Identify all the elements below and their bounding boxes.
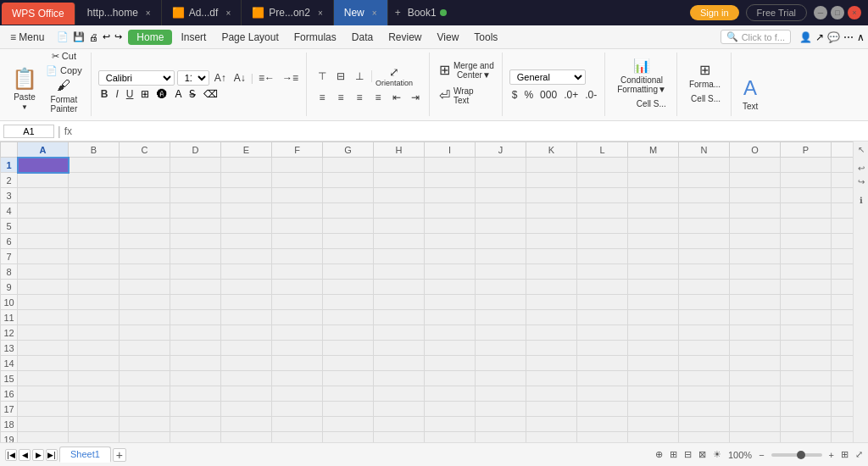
row-header-11[interactable]: 11: [1, 310, 18, 325]
align-top-button[interactable]: ⊤: [314, 69, 331, 84]
cell-F17[interactable]: [272, 402, 323, 417]
align-right-button[interactable]: ≡: [351, 90, 368, 105]
status-icon-5[interactable]: ☀: [713, 449, 721, 460]
cell-D1[interactable]: [170, 158, 221, 173]
cell-M16[interactable]: [628, 386, 679, 402]
thousands-button[interactable]: 000: [537, 88, 559, 102]
cell-Q14[interactable]: [832, 356, 854, 371]
cell-O16[interactable]: [730, 386, 781, 402]
cell-G4[interactable]: [323, 203, 374, 219]
cell-A2[interactable]: [18, 173, 69, 188]
cell-A7[interactable]: [18, 249, 69, 264]
text-button[interactable]: A Text: [738, 58, 762, 113]
cell-H1[interactable]: [374, 158, 425, 173]
cell-reference-input[interactable]: A1: [3, 125, 54, 138]
expand-icon[interactable]: ⤢: [855, 449, 863, 460]
cell-N9[interactable]: [679, 280, 730, 295]
cell-J3[interactable]: [476, 188, 526, 203]
cell-J15[interactable]: [476, 371, 526, 386]
cell-J13[interactable]: [476, 341, 526, 356]
cell-K9[interactable]: [526, 280, 577, 295]
cell-I2[interactable]: [425, 173, 476, 188]
tab-home-close[interactable]: ×: [146, 8, 151, 18]
cell-P7[interactable]: [781, 249, 832, 264]
undo-icon[interactable]: ↩: [101, 30, 112, 44]
sheet-nav-next[interactable]: ▶: [32, 449, 44, 461]
cell-J18[interactable]: [476, 417, 526, 432]
cell-Q9[interactable]: [832, 280, 854, 295]
formula-input[interactable]: [75, 125, 865, 138]
cell-E8[interactable]: [221, 264, 272, 280]
cell-styles-button[interactable]: Cell S...: [632, 97, 671, 110]
font-increase-button[interactable]: A↑: [212, 71, 229, 85]
cell-C9[interactable]: [120, 280, 170, 295]
cell-E7[interactable]: [221, 249, 272, 264]
collapse-icon[interactable]: ∧: [857, 31, 865, 43]
cell-C10[interactable]: [120, 295, 170, 310]
row-header-8[interactable]: 8: [1, 264, 18, 280]
row-header-9[interactable]: 9: [1, 280, 18, 295]
cell-H19[interactable]: [374, 432, 425, 443]
cell-C3[interactable]: [120, 188, 170, 203]
copy-button[interactable]: 📄 Copy: [42, 64, 86, 77]
tab-addf[interactable]: 🟧 Ad...df ×: [162, 0, 242, 25]
cell-K17[interactable]: [526, 402, 577, 417]
cell-I12[interactable]: [425, 325, 476, 341]
format-button[interactable]: ⊞ Forma...: [684, 60, 726, 91]
cell-G15[interactable]: [323, 371, 374, 386]
spreadsheet-grid[interactable]: A B C D E F G H I J K L M N O: [0, 141, 853, 442]
cell-B6[interactable]: [69, 234, 120, 249]
cell-A4[interactable]: [18, 203, 69, 219]
cell-C18[interactable]: [120, 417, 170, 432]
cell-F15[interactable]: [272, 371, 323, 386]
cell-N3[interactable]: [679, 188, 730, 203]
tab-new[interactable]: New ×: [334, 0, 388, 25]
cell-J4[interactable]: [476, 203, 526, 219]
indent-right-button[interactable]: ⇥: [407, 90, 424, 105]
italic-button[interactable]: I: [113, 87, 120, 101]
cell-I8[interactable]: [425, 264, 476, 280]
cell-I13[interactable]: [425, 341, 476, 356]
cell-O1[interactable]: [730, 158, 781, 173]
cell-G9[interactable]: [323, 280, 374, 295]
cell-O10[interactable]: [730, 295, 781, 310]
cell-I5[interactable]: [425, 219, 476, 234]
cell-P19[interactable]: [781, 432, 832, 443]
cell-C17[interactable]: [120, 402, 170, 417]
cell-I3[interactable]: [425, 188, 476, 203]
row-header-14[interactable]: 14: [1, 356, 18, 371]
cell-D11[interactable]: [170, 310, 221, 325]
cell-B13[interactable]: [69, 341, 120, 356]
cell-L11[interactable]: [577, 310, 628, 325]
cell-E6[interactable]: [221, 234, 272, 249]
cell-L8[interactable]: [577, 264, 628, 280]
cell-L17[interactable]: [577, 402, 628, 417]
cell-Q19[interactable]: [832, 432, 854, 443]
free-trial-button[interactable]: Free Trial: [746, 4, 807, 21]
fit-icon[interactable]: ⊞: [841, 449, 849, 460]
cell-G19[interactable]: [323, 432, 374, 443]
menu-hamburger[interactable]: ≡ Menu: [3, 30, 51, 45]
cell-A13[interactable]: [18, 341, 69, 356]
cell-E4[interactable]: [221, 203, 272, 219]
tab-wps[interactable]: WPS Office: [2, 3, 75, 25]
tab-pre[interactable]: 🟧 Pre...on2 ×: [242, 0, 334, 25]
cell-D18[interactable]: [170, 417, 221, 432]
font-size-select[interactable]: 11: [177, 70, 209, 86]
cell-P17[interactable]: [781, 402, 832, 417]
col-header-b[interactable]: B: [69, 142, 120, 158]
cell-E2[interactable]: [221, 173, 272, 188]
cell-G11[interactable]: [323, 310, 374, 325]
cell-I11[interactable]: [425, 310, 476, 325]
cell-K10[interactable]: [526, 295, 577, 310]
cell-C16[interactable]: [120, 386, 170, 402]
sheet-nav-last[interactable]: ▶|: [46, 449, 58, 461]
sidebar-redo-icon[interactable]: ↪: [855, 175, 867, 187]
cell-H11[interactable]: [374, 310, 425, 325]
currency-button[interactable]: $: [509, 88, 520, 102]
cell-P12[interactable]: [781, 325, 832, 341]
cell-P14[interactable]: [781, 356, 832, 371]
close-button[interactable]: ×: [848, 6, 861, 19]
row-header-5[interactable]: 5: [1, 219, 18, 234]
cell-A8[interactable]: [18, 264, 69, 280]
